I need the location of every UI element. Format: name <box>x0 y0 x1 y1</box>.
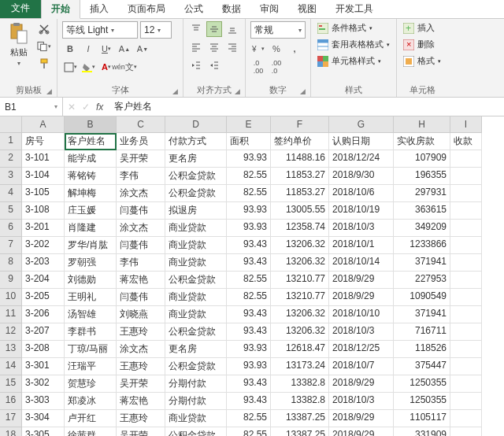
cell[interactable]: 收款 <box>450 133 482 150</box>
cell[interactable]: 罗华/肖肱 <box>65 237 117 254</box>
cell[interactable]: 93.93 <box>227 358 271 375</box>
cell[interactable]: 王明礼 <box>65 289 117 306</box>
cell[interactable]: 2018/9/30 <box>329 168 394 185</box>
cell[interactable]: 刘晓燕 <box>117 306 165 323</box>
cell[interactable]: 王惠玲 <box>117 410 165 427</box>
cell[interactable]: 12618.47 <box>271 341 329 358</box>
cell[interactable]: 商业贷款 <box>165 410 227 427</box>
cell[interactable]: 3-305 <box>22 427 65 436</box>
cell[interactable]: 3-203 <box>22 254 65 272</box>
cell[interactable]: 2018/9/29 <box>329 410 394 427</box>
decrease-indent-button[interactable] <box>188 57 204 73</box>
cell[interactable]: 3-301 <box>22 358 65 375</box>
cell[interactable]: 82.55 <box>227 168 271 185</box>
cell[interactable]: 实收房款 <box>394 133 450 150</box>
cell[interactable] <box>450 185 482 202</box>
cell[interactable]: 13210.77 <box>271 289 329 306</box>
cell[interactable]: 349209 <box>394 220 450 237</box>
fx-icon[interactable]: fx <box>96 102 103 113</box>
cell[interactable]: 王惠玲 <box>117 323 165 341</box>
tab-data[interactable]: 数据 <box>213 0 250 18</box>
cell[interactable]: 卢开红 <box>65 410 117 427</box>
cancel-formula-icon[interactable]: ✕ <box>68 102 76 113</box>
cell[interactable]: 3-202 <box>22 237 65 254</box>
cell[interactable]: 蒋宏艳 <box>117 272 165 289</box>
cell[interactable]: 2018/12/24 <box>329 150 394 168</box>
tab-layout[interactable]: 页面布局 <box>118 0 175 18</box>
cell[interactable] <box>450 254 482 272</box>
cell[interactable]: 13387.25 <box>271 427 329 436</box>
cell[interactable]: 吴开荣 <box>117 427 165 436</box>
cell[interactable] <box>450 323 482 341</box>
cell[interactable]: 拟退房 <box>165 202 227 220</box>
cell[interactable]: 93.93 <box>227 220 271 237</box>
cell[interactable]: 公积金贷款 <box>165 427 227 436</box>
cell[interactable]: 93.93 <box>227 341 271 358</box>
cell[interactable]: 吴开荣 <box>117 150 165 168</box>
phonetic-button[interactable]: wén文▾ <box>117 59 132 75</box>
cell[interactable]: 李伟 <box>117 168 165 185</box>
cell[interactable]: 82.55 <box>227 185 271 202</box>
cell[interactable]: 82.55 <box>227 289 271 306</box>
cell-styles-button[interactable]: 单元格样式▾ <box>316 54 391 68</box>
col-header[interactable]: G <box>329 116 394 133</box>
cell[interactable]: 13210.77 <box>271 272 329 289</box>
cell[interactable]: 涂文杰 <box>117 185 165 202</box>
cell[interactable]: 12358.74 <box>271 220 329 237</box>
dialog-launcher-icon[interactable]: ◢ <box>300 87 306 95</box>
cell[interactable]: 更名房 <box>165 150 227 168</box>
cell[interactable]: 蒋宏艳 <box>117 393 165 410</box>
cell[interactable]: 13206.32 <box>271 237 329 254</box>
cell[interactable]: 王惠玲 <box>117 358 165 375</box>
dialog-launcher-icon[interactable]: ◢ <box>172 87 178 95</box>
format-painter-button[interactable] <box>36 56 52 72</box>
cell[interactable] <box>450 150 482 168</box>
row-header[interactable]: 17 <box>0 410 22 427</box>
cell[interactable]: 107909 <box>394 150 450 168</box>
cell[interactable]: 闫蔓伟 <box>117 202 165 220</box>
cell[interactable]: 13382.8 <box>271 375 329 393</box>
cell[interactable]: 付款方式 <box>165 133 227 150</box>
comma-button[interactable]: , <box>287 41 302 57</box>
cell[interactable]: 13206.32 <box>271 306 329 323</box>
cell[interactable]: 丁琼/马丽 <box>65 341 117 358</box>
cell[interactable]: 2018/12/25 <box>329 341 394 358</box>
cell[interactable]: 闫蔓伟 <box>117 237 165 254</box>
cell[interactable]: 罗朝强 <box>65 254 117 272</box>
row-header[interactable]: 7 <box>0 237 22 254</box>
cell[interactable]: 93.93 <box>227 150 271 168</box>
format-cells-button[interactable]: 格式▾ <box>402 54 443 68</box>
cell[interactable]: 肖隆建 <box>65 220 117 237</box>
cell[interactable]: 吴开荣 <box>117 375 165 393</box>
cell[interactable]: 82.55 <box>227 427 271 436</box>
cell[interactable]: 13387.25 <box>271 410 329 427</box>
cell[interactable]: 业务员 <box>117 133 165 150</box>
row-header[interactable]: 16 <box>0 393 22 410</box>
name-box[interactable]: B1▾ <box>0 98 63 116</box>
cell[interactable]: 公积金贷款 <box>165 323 227 341</box>
cell[interactable]: 2018/10/3 <box>329 220 394 237</box>
cell[interactable]: 1250355 <box>394 393 450 410</box>
cell[interactable]: 3-108 <box>22 202 65 220</box>
cell[interactable] <box>450 427 482 436</box>
delete-cells-button[interactable]: ×删除 <box>402 38 443 51</box>
italic-button[interactable]: I <box>80 41 96 57</box>
tab-review[interactable]: 审阅 <box>250 0 288 18</box>
number-format-select[interactable]: 常规▾ <box>250 21 306 39</box>
fill-color-button[interactable]: ▾ <box>80 59 96 75</box>
format-as-table-button[interactable]: 套用表格格式▾ <box>316 38 391 51</box>
cell[interactable]: 3-105 <box>22 185 65 202</box>
cell[interactable]: 2018/10/19 <box>329 202 394 220</box>
cell[interactable]: 2018/10/1 <box>329 237 394 254</box>
cell[interactable] <box>450 237 482 254</box>
increase-font-button[interactable]: A▲ <box>117 41 132 57</box>
col-header[interactable]: F <box>271 116 329 133</box>
cell[interactable]: 商业贷款 <box>165 289 227 306</box>
cell[interactable]: 3-201 <box>22 220 65 237</box>
font-name-select[interactable]: 等线 Light▾ <box>62 21 138 39</box>
cell[interactable]: 3-204 <box>22 272 65 289</box>
cell[interactable]: 客户姓名 <box>65 133 117 150</box>
border-button[interactable]: ▾ <box>62 59 78 75</box>
cell[interactable]: 涂文杰 <box>117 341 165 358</box>
col-header[interactable]: A <box>22 116 65 133</box>
